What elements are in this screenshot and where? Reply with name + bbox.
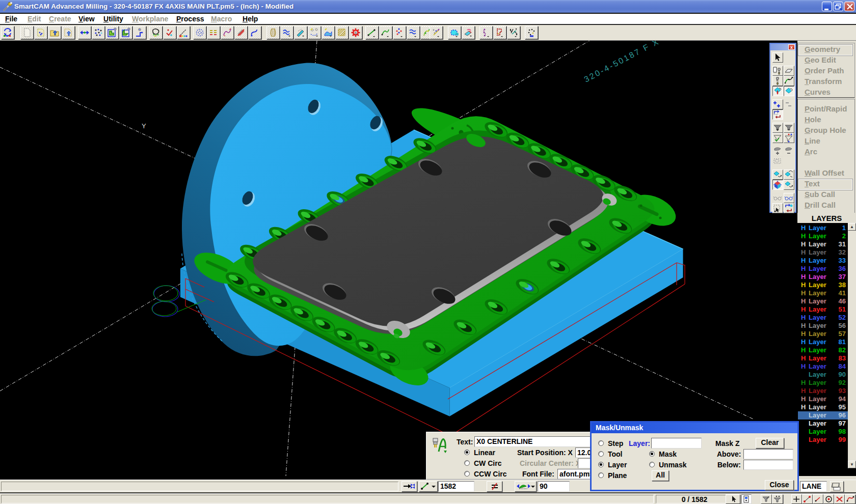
svg-text:B: B	[355, 31, 357, 35]
svg-text:Y: Y	[142, 122, 146, 130]
